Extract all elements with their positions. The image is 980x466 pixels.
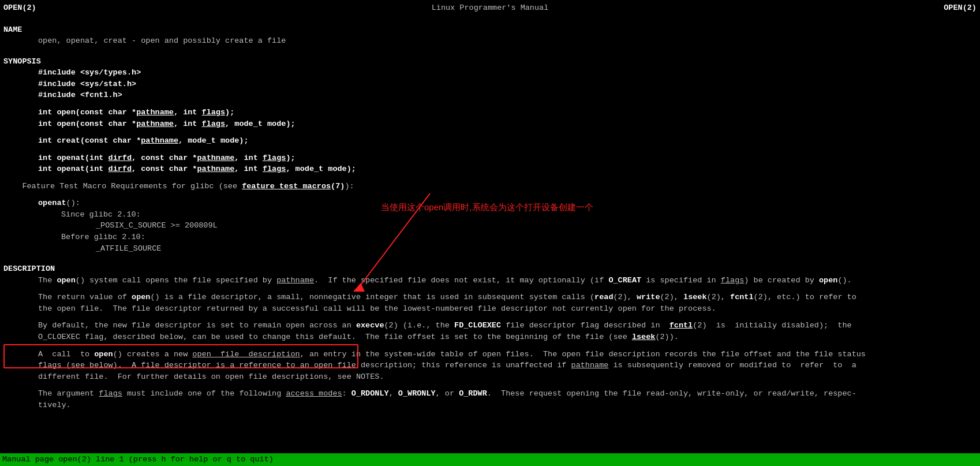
atfile-source: _ATFILE_SOURCE xyxy=(3,243,977,255)
desc-para2: The return value of open() is a file des… xyxy=(3,292,977,303)
synopsis-proto2: int open(const char *pathname, int flags… xyxy=(3,118,977,130)
page-header: OPEN(2) Linux Programmer's Manual OPEN(2… xyxy=(3,2,977,14)
desc-para5b: tively. xyxy=(3,400,977,411)
desc-para4c: different file. For further details on o… xyxy=(3,371,977,383)
header-left: OPEN(2) xyxy=(3,2,36,14)
feature-test-line: Feature Test Macro Requirements for glib… xyxy=(3,181,977,192)
synopsis-proto3: int creat(const char *pathname, mode_t m… xyxy=(3,135,977,147)
synopsis-proto5: int openat(int dirfd, const char *pathna… xyxy=(3,163,977,175)
synopsis-include3: #include <fcntl.h> xyxy=(3,90,977,101)
desc-para4b: flags (see below). A file descriptor is … xyxy=(3,360,977,371)
desc-para4: A call to open() creates a new open file… xyxy=(3,349,977,360)
posix-source: _POSIX_C_SOURCE >= 200809L xyxy=(3,220,977,232)
desc-para3b: O_CLOEXEC flag, described below, can be … xyxy=(3,331,977,343)
desc-para1: The open() system call opens the file sp… xyxy=(3,275,977,286)
status-text: Manual page open(2) line 1 (press h for … xyxy=(2,455,274,464)
status-bar: Manual page open(2) line 1 (press h for … xyxy=(0,453,980,466)
manpage: OPEN(2) Linux Programmer's Manual OPEN(2… xyxy=(0,0,980,411)
desc-para5: The argument flags must include one of t… xyxy=(3,388,977,400)
synopsis-include1: #include <sys/types.h> xyxy=(3,67,977,79)
annotation-text: 当使用这个open调用时,系统会为这个打开设备创建一个 xyxy=(381,201,593,214)
desc-para2b: the open file. The file descriptor retur… xyxy=(3,303,977,315)
section-name: NAME xyxy=(3,24,977,36)
header-center: Linux Programmer's Manual xyxy=(432,2,549,14)
synopsis-proto1: int open(const char *pathname, int flags… xyxy=(3,107,977,118)
name-content: open, openat, creat - open and possibly … xyxy=(3,35,977,47)
synopsis-include2: #include <sys/stat.h> xyxy=(3,79,977,90)
before-glibc: Before glibc 2.10: xyxy=(3,232,977,243)
desc-para3: By default, the new file descriptor is s… xyxy=(3,320,977,331)
section-synopsis: SYNOPSIS xyxy=(3,56,977,68)
header-right: OPEN(2) xyxy=(944,2,977,14)
synopsis-proto4: int openat(int dirfd, const char *pathna… xyxy=(3,152,977,164)
section-description: DESCRIPTION xyxy=(3,263,977,275)
